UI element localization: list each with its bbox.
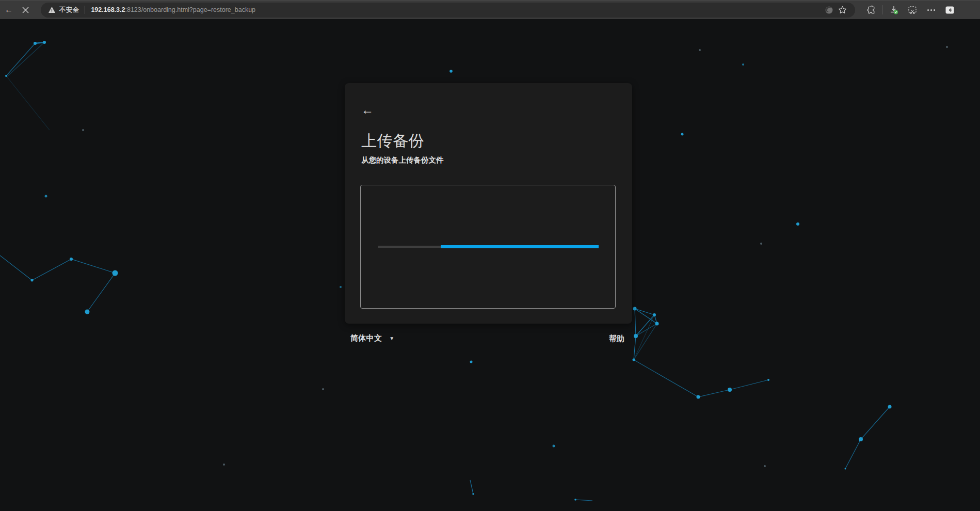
language-label: 简体中文 <box>350 333 382 343</box>
browser-window: { "browser": { "security_label": "不安全", … <box>0 0 980 511</box>
downloads-button[interactable] <box>886 2 902 18</box>
page-subtitle: 从您的设备上传备份文件 <box>361 155 444 165</box>
browser-back-button[interactable]: ← <box>1 2 17 18</box>
url-text[interactable]: 192.168.3.2:8123/onboarding.html?page=re… <box>91 6 255 13</box>
upload-dropzone[interactable] <box>360 185 616 309</box>
ellipsis-icon <box>927 9 935 11</box>
browser-essentials-swirl-icon[interactable] <box>822 3 836 17</box>
browser-stop-button[interactable] <box>17 2 34 18</box>
toolbar-actions <box>861 2 959 18</box>
upload-progress-indicator <box>378 245 599 248</box>
toolbar-separator <box>882 5 882 14</box>
stop-x-icon <box>22 7 29 13</box>
back-arrow-icon: ← <box>5 5 13 14</box>
card-back-button[interactable]: ← <box>357 100 378 120</box>
web-capture-button[interactable] <box>905 2 920 18</box>
security-warning-icon[interactable] <box>48 6 56 13</box>
address-divider <box>85 6 85 14</box>
web-capture-scissors-icon <box>907 5 918 15</box>
browser-toolbar: ← 不安全 192.168.3.2:8123/onboarding.html?p… <box>0 0 980 19</box>
url-host: 192.168.3.2 <box>91 6 125 13</box>
onboarding-card: ← 上传备份 从您的设备上传备份文件 <box>345 83 632 324</box>
progress-bar <box>441 245 599 248</box>
help-link[interactable]: 帮助 <box>609 334 625 344</box>
onboarding-page: ← 上传备份 从您的设备上传备份文件 简体中文 ▼ 帮助 <box>0 19 980 511</box>
puzzle-icon <box>866 5 876 15</box>
caret-down-icon: ▼ <box>389 336 394 341</box>
progress-track <box>378 246 441 248</box>
address-bar[interactable]: 不安全 192.168.3.2:8123/onboarding.html?pag… <box>41 3 855 18</box>
url-path: :8123/onboarding.html?page=restore_backu… <box>125 6 255 13</box>
settings-more-button[interactable] <box>923 2 939 18</box>
page-title: 上传备份 <box>361 131 424 152</box>
favorite-star-icon[interactable] <box>836 3 849 17</box>
extensions-button[interactable] <box>863 2 878 18</box>
language-selector[interactable]: 简体中文 ▼ <box>350 333 394 343</box>
sidebar-panel-icon <box>945 6 955 14</box>
back-arrow-icon: ← <box>361 103 374 117</box>
download-icon <box>889 5 899 15</box>
security-label[interactable]: 不安全 <box>59 6 79 14</box>
sidebar-toggle-button[interactable] <box>942 2 957 18</box>
